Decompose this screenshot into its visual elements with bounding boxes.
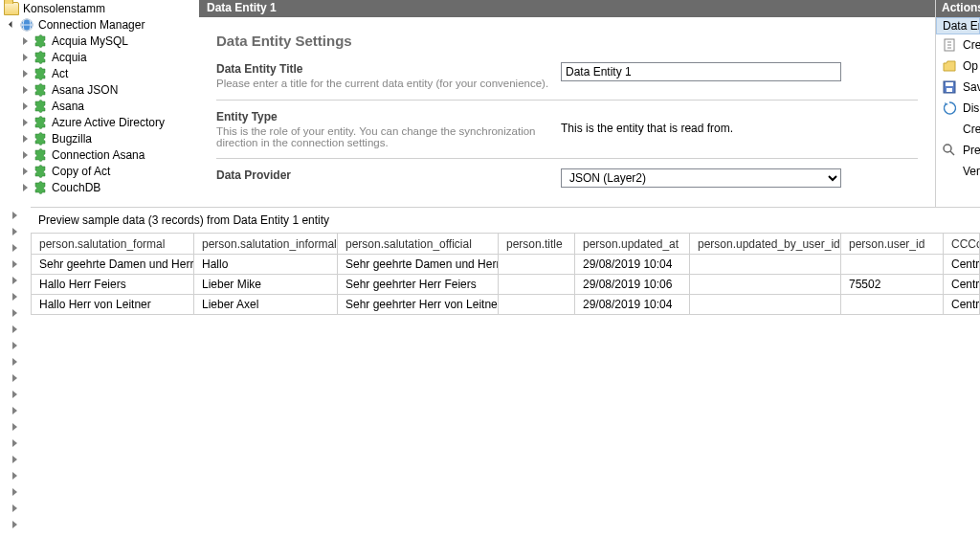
column-header[interactable]: person.salutation_official bbox=[338, 234, 499, 255]
actions-panel: Actions Data En CreOpSavDisCrePreVer bbox=[935, 0, 980, 207]
expander-icon[interactable] bbox=[19, 84, 31, 96]
expander-icon[interactable] bbox=[9, 389, 20, 400]
tree-item-label: Bugzilla bbox=[52, 132, 92, 145]
table-cell: Sehr geehrter Herr von Leitner bbox=[338, 295, 499, 315]
table-row[interactable]: Hallo Herr von LeitnerLieber AxelSehr ge… bbox=[32, 295, 980, 315]
table-cell: 75502 bbox=[841, 275, 944, 295]
puzzle-icon bbox=[33, 66, 48, 81]
action-item[interactable]: Cre bbox=[936, 34, 980, 56]
main-panel: Data Entity 1 Data Entity Settings Data … bbox=[199, 0, 935, 207]
tree-item-bugzilla[interactable]: Bugzilla bbox=[0, 130, 199, 146]
provider-label: Data Provider bbox=[216, 168, 561, 182]
expander-icon[interactable] bbox=[19, 52, 31, 63]
expander-icon[interactable] bbox=[9, 340, 20, 351]
tree-item-copy-of-act[interactable]: Copy of Act bbox=[0, 163, 199, 179]
tree-root[interactable]: Konsolenstamm bbox=[0, 0, 199, 16]
puzzle-icon bbox=[33, 164, 48, 179]
action-item[interactable]: Dis bbox=[936, 98, 980, 119]
folder-icon bbox=[4, 2, 19, 15]
tree-item-connection-asana[interactable]: Connection Asana bbox=[0, 146, 199, 163]
tree-item-act[interactable]: Act bbox=[0, 65, 199, 81]
action-item[interactable]: Op bbox=[936, 56, 980, 77]
action-label: Ver bbox=[963, 165, 980, 178]
expander-icon[interactable] bbox=[9, 503, 20, 514]
column-header[interactable]: person.updated_at bbox=[575, 234, 690, 255]
main-header: Data Entity 1 bbox=[199, 0, 935, 17]
table-cell: Hallo Herr von Leitner bbox=[32, 295, 194, 315]
expander-icon[interactable] bbox=[19, 35, 31, 47]
expander-icon[interactable] bbox=[19, 117, 31, 128]
expander-icon[interactable] bbox=[9, 291, 20, 302]
expander-icon[interactable] bbox=[6, 19, 17, 31]
tree-expander-strip bbox=[0, 207, 31, 537]
expander-icon[interactable] bbox=[19, 182, 31, 193]
expander-icon[interactable] bbox=[9, 307, 20, 319]
provider-select[interactable]: JSON (Layer2) bbox=[561, 168, 841, 188]
action-label: Pre bbox=[963, 144, 980, 157]
tree-connection-manager[interactable]: Connection Manager bbox=[0, 16, 199, 33]
tree-item-label: Connection Asana bbox=[52, 148, 145, 162]
tree-item-asana-json[interactable]: Asana JSON bbox=[0, 81, 199, 98]
tree-item-azure-active-directory[interactable]: Azure Active Directory bbox=[0, 114, 199, 130]
table-row[interactable]: Sehr geehrte Damen und HerrenHalloSehr g… bbox=[32, 255, 980, 275]
tree-item-label: Acquia MySQL bbox=[52, 34, 128, 48]
entity-title-input[interactable] bbox=[561, 62, 841, 81]
action-item[interactable]: Ver bbox=[936, 161, 980, 182]
setting-entity-title: Data Entity Title Please enter a title f… bbox=[216, 62, 918, 101]
expander-icon[interactable] bbox=[9, 519, 20, 530]
expander-icon[interactable] bbox=[9, 437, 20, 449]
expander-icon[interactable] bbox=[9, 405, 20, 416]
expander-icon[interactable] bbox=[9, 258, 20, 270]
entity-type-desc: This is the role of your entity. You can… bbox=[216, 125, 561, 148]
column-header[interactable]: person.salutation_informal bbox=[194, 234, 338, 255]
expander-icon[interactable] bbox=[19, 101, 31, 112]
action-item[interactable]: Sav bbox=[936, 77, 980, 98]
expander-icon[interactable] bbox=[19, 149, 31, 161]
tree-item-label: Asana bbox=[52, 100, 84, 113]
settings-title: Data Entity Settings bbox=[216, 33, 918, 49]
action-item[interactable]: Cre bbox=[936, 119, 980, 140]
puzzle-icon bbox=[33, 82, 48, 98]
entity-title-label: Data Entity Title bbox=[216, 62, 561, 76]
expander-icon[interactable] bbox=[9, 226, 20, 237]
settings-area: Data Entity Settings Data Entity Title P… bbox=[199, 17, 935, 207]
table-row[interactable]: Hallo Herr FeiersLieber MikeSehr geehrte… bbox=[32, 275, 980, 295]
expander-icon[interactable] bbox=[9, 210, 20, 221]
table-cell: Lieber Axel bbox=[194, 295, 338, 315]
expander-icon[interactable] bbox=[9, 324, 20, 335]
expander-icon[interactable] bbox=[9, 372, 20, 384]
actions-subheader: Data En bbox=[936, 17, 980, 34]
table-cell: Sehr geehrte Damen und Herren bbox=[338, 255, 499, 275]
column-header[interactable]: person.title bbox=[499, 234, 575, 255]
column-header[interactable]: person.user_id bbox=[841, 234, 944, 255]
expander-icon[interactable] bbox=[9, 454, 20, 465]
expander-icon[interactable] bbox=[19, 68, 31, 79]
tree-item-acquia-mysql[interactable]: Acquia MySQL bbox=[0, 33, 199, 49]
tree-item-couchdb[interactable]: CouchDB bbox=[0, 179, 199, 195]
column-header[interactable]: CCCo bbox=[944, 234, 980, 255]
expander-icon[interactable] bbox=[19, 166, 31, 177]
expander-icon[interactable] bbox=[9, 486, 20, 498]
expander-icon[interactable] bbox=[9, 470, 20, 481]
table-cell: Lieber Mike bbox=[194, 275, 338, 295]
expander-icon[interactable] bbox=[19, 133, 31, 145]
preview-header: Preview sample data (3 records) from Dat… bbox=[31, 208, 980, 233]
table-cell: Sehr geehrte Damen und Herren bbox=[32, 255, 194, 275]
expander-icon[interactable] bbox=[9, 275, 20, 286]
column-header[interactable]: person.salutation_formal bbox=[32, 234, 194, 255]
puzzle-icon bbox=[33, 180, 48, 195]
expander-icon[interactable] bbox=[9, 421, 20, 433]
expander-icon[interactable] bbox=[9, 356, 20, 368]
action-item[interactable]: Pre bbox=[936, 140, 980, 161]
tree-item-label: Copy of Act bbox=[52, 165, 110, 178]
table-cell bbox=[841, 295, 944, 315]
action-label: Dis bbox=[963, 101, 979, 115]
expander-icon[interactable] bbox=[9, 242, 20, 254]
table-cell bbox=[499, 275, 575, 295]
action-icon bbox=[942, 143, 957, 158]
column-header[interactable]: person.updated_by_user_id bbox=[690, 234, 841, 255]
action-icon bbox=[942, 101, 957, 116]
tree-item-acquia[interactable]: Acquia bbox=[0, 49, 199, 65]
tree-item-asana[interactable]: Asana bbox=[0, 98, 199, 114]
table-cell bbox=[499, 255, 575, 275]
